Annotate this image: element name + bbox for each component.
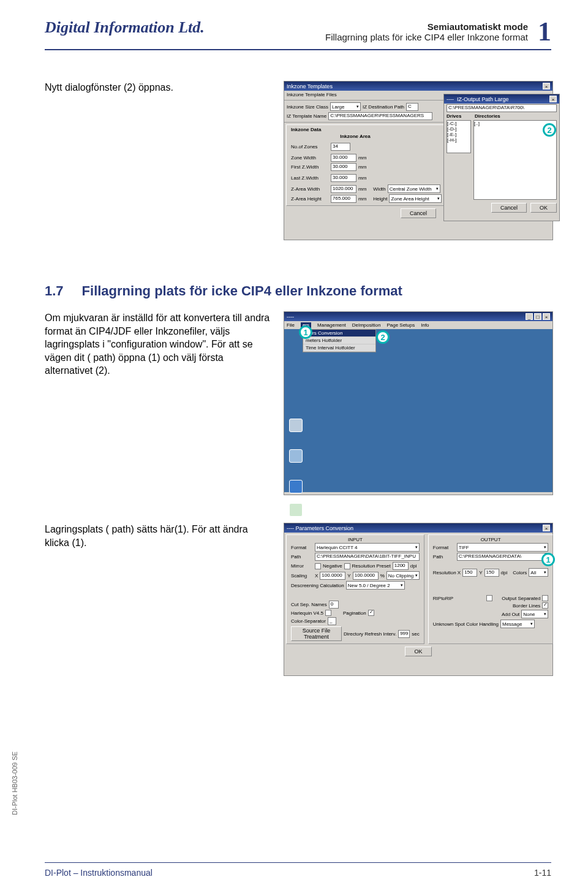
input-group: INPUT FormatHarlequin CCITT 4 PathC:\PRE… <box>286 534 424 644</box>
tmplname-input[interactable]: C:\PRESSMANAGER\PRESSMANAGERS <box>328 112 432 120</box>
page-header: Digital Information Ltd. Semiautomatiskt… <box>45 18 551 50</box>
riptorip-check[interactable] <box>486 595 492 601</box>
maximize-icon[interactable]: □ <box>534 313 541 320</box>
minimize-icon[interactable]: _ <box>526 313 533 320</box>
pagination-check[interactable]: ✓ <box>368 610 374 616</box>
zaw-input[interactable]: 1020.000 <box>331 185 356 193</box>
path-in-input[interactable]: C:\PRESSMANAGER\DATA\1BIT-TIFF_INPU <box>315 553 420 561</box>
win1-titlebar: Inkzone Templates× <box>284 82 552 91</box>
spotcolor-select[interactable]: Message <box>500 620 535 628</box>
menu-info[interactable]: Info <box>421 322 429 328</box>
border-check[interactable]: ✓ <box>542 602 548 609</box>
desktop-icon[interactable] <box>289 449 303 463</box>
nested-titlebar: ---- IZ-Output Path Large × <box>444 94 559 104</box>
desktop-icon[interactable] <box>289 503 303 517</box>
lastz-input[interactable]: 30.000 <box>331 174 356 182</box>
nested-ok-button[interactable]: OK <box>530 203 557 213</box>
path-out-input[interactable]: C:\PRESSMANAGER\DATA\ <box>457 553 549 561</box>
menu-deimposition[interactable]: DeImposition <box>352 322 381 328</box>
inkzone-templates-window: Inkzone Templates× Inkzone Template File… <box>284 81 553 240</box>
menuitem-timeinterval-hotfolder[interactable]: Time Interval Hotfolder <box>303 344 375 352</box>
close-icon[interactable]: × <box>543 83 550 89</box>
side-doc-code: DI-Plot HB03-009 SE <box>11 751 18 815</box>
destpath-input[interactable]: C <box>406 103 418 111</box>
harlequin-check[interactable] <box>325 610 331 616</box>
scaley-input[interactable]: 100.0000 <box>353 572 379 580</box>
negative-check[interactable] <box>344 563 350 569</box>
nozones-input[interactable]: 34 <box>331 143 350 151</box>
output-group: OUTPUT FormatTIFF PathC:\PRESSMANAGER\DA… <box>428 534 554 644</box>
menubar[interactable]: File ers Management DeImposition Page Se… <box>284 321 552 329</box>
descreen-select[interactable]: New 5.0 / Degree 2 <box>346 581 405 590</box>
section-paragraph-2: Lagringsplats ( path) sätts här(1). För … <box>45 523 271 676</box>
callout-marker-1: 1 <box>299 325 312 339</box>
menu-management[interactable]: Management <box>317 322 346 328</box>
chapter-number: 1 <box>538 18 551 45</box>
resy-input[interactable]: 150 <box>484 569 499 577</box>
scalex-input[interactable]: 100.0000 <box>320 572 345 580</box>
page-footer: DI-Plot – Instruktionsmanual 1-11 <box>45 862 551 878</box>
intro-text: Nytt dialogfönster (2) öppnas. <box>45 81 271 240</box>
format-in-select[interactable]: Harlequin CCITT 4 <box>315 543 420 552</box>
tmplname-label: IZ Template Name <box>287 113 326 119</box>
sizeclass-label: Inkzone Size Class <box>287 104 328 110</box>
destpath-label: IZ Destination Path <box>363 104 404 110</box>
outputsep-check[interactable] <box>542 595 548 601</box>
addout-select[interactable]: None <box>521 610 548 618</box>
zah-input[interactable]: 765.000 <box>331 195 356 203</box>
header-mode: Semiautomatiskt mode <box>325 21 528 32</box>
resx-input[interactable]: 150 <box>462 569 477 577</box>
nested-path-input[interactable]: C:\PRESSMANAGER\DATA\R700\ <box>447 104 557 112</box>
zonewidth-input[interactable]: 30.000 <box>331 154 356 162</box>
menuitem-meters-hotfolder[interactable]: meters Hotfolder <box>303 337 375 344</box>
menuitem-eters-conversion[interactable]: eters Conversion <box>303 330 375 337</box>
respreset-input[interactable]: 1200 <box>393 562 409 570</box>
drives-list[interactable]: [-C-] [-D-] [-E-] [-H-] <box>447 120 471 153</box>
menu-pagesetups[interactable]: Page Setups <box>386 322 415 328</box>
sizeclass-select[interactable]: Large <box>330 102 361 111</box>
callout-marker-2: 2 <box>376 330 390 344</box>
mirror-check[interactable] <box>315 563 321 569</box>
parameters-conversion-window: ---- Parameters Conversion× INPUT Format… <box>284 523 553 676</box>
win2-titlebar: ---- _ □ × <box>284 312 552 321</box>
header-right: Semiautomatiskt mode Fillagrning plats f… <box>325 18 551 45</box>
format-out-select[interactable]: TIFF <box>457 543 549 552</box>
win3-titlebar: ---- Parameters Conversion× <box>284 523 552 533</box>
width-select[interactable]: Central Zone Width <box>388 184 440 193</box>
footer-right: 1-11 <box>534 868 551 878</box>
nested-cancel-button[interactable]: Cancel <box>491 203 527 213</box>
callout-marker-2: 2 <box>543 123 556 137</box>
source-file-treatment-button[interactable]: Source File Treatment <box>291 626 342 641</box>
close-icon[interactable]: × <box>549 96 557 102</box>
desktop-icon[interactable] <box>289 480 303 493</box>
desktop-icon[interactable] <box>289 419 303 432</box>
close-icon[interactable]: × <box>543 313 550 320</box>
section-heading: 1.7 Fillagrning plats för icke CIP4 elle… <box>45 283 551 299</box>
menu-file[interactable]: File <box>287 322 295 328</box>
firstz-input[interactable]: 30.000 <box>331 163 356 171</box>
win3-ok-button[interactable]: OK <box>405 647 431 656</box>
header-subtitle: Fillagrning plats för icke CIP4 eller In… <box>325 32 528 42</box>
callout-marker-1: 1 <box>541 553 555 566</box>
clipping-select[interactable]: No Clipping <box>386 571 420 580</box>
height-select[interactable]: Zone Area Height <box>389 194 442 203</box>
close-icon[interactable]: × <box>543 525 550 531</box>
colors-select[interactable]: All <box>529 568 548 577</box>
section-paragraph-1: Om mjukvaran är inställd för att konvert… <box>45 311 271 495</box>
win1-bottom-cancel-button[interactable]: Cancel <box>401 208 436 218</box>
footer-left: DI-Plot – Instruktionsmanual <box>45 868 153 878</box>
cutsep-input[interactable]: 0 <box>329 601 339 609</box>
dropdown-menu: eters Conversion meters Hotfolder Time I… <box>303 329 376 352</box>
iz-output-path-window: ---- IZ-Output Path Large × C:\PRESSMANA… <box>443 94 560 221</box>
app-main-window: ---- _ □ × File ers Management DeImposit… <box>284 311 553 495</box>
refresh-interval-input[interactable]: 999 <box>398 630 410 638</box>
colsep-input[interactable]: _ <box>328 617 336 625</box>
brand: Digital Information Ltd. <box>45 18 205 37</box>
